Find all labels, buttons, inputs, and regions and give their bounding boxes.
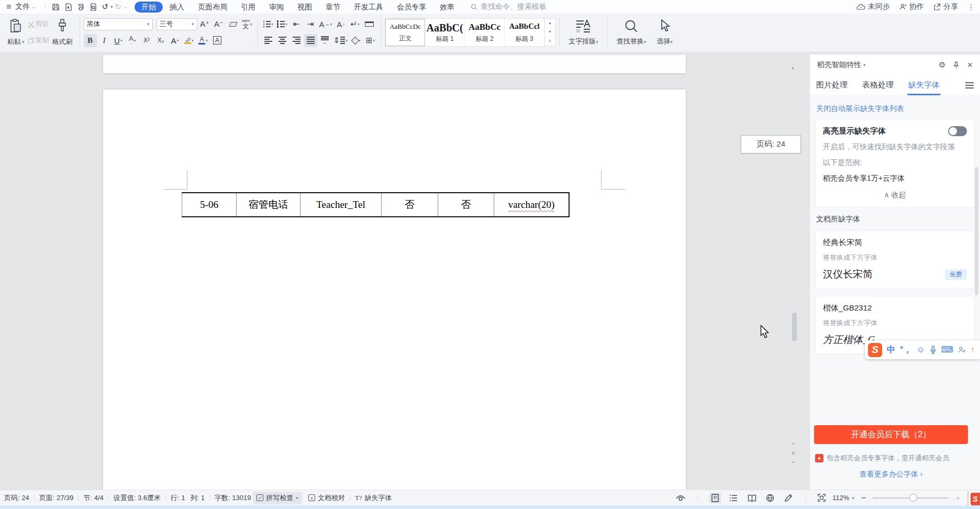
download-after-membership-button[interactable]: 开通会员后下载（2）	[814, 425, 968, 444]
sync-status[interactable]: 未同步	[856, 2, 890, 12]
ime-expand-icon[interactable]: ↑	[971, 346, 975, 354]
zoom-level-select[interactable]: 112% ▾	[832, 494, 854, 502]
pin-icon[interactable]	[953, 61, 960, 69]
shrink-font-button[interactable]: A⁻	[213, 18, 226, 31]
bullet-list-button[interactable]: ▾	[262, 18, 275, 31]
font-name-select[interactable]: 黑体 ▾	[84, 18, 153, 30]
print-button[interactable]	[75, 1, 87, 13]
table-cell[interactable]: varchar(20)	[494, 193, 570, 216]
panel-more-icon[interactable]	[965, 82, 974, 88]
document-page[interactable]	[103, 90, 686, 490]
table-cell[interactable]: 否	[438, 193, 494, 216]
line-break-button[interactable]: ↵▾	[349, 18, 362, 31]
spellcheck-button[interactable]: ✓ 拼写检查 ▾	[253, 492, 302, 504]
paste-button[interactable]: 粘贴▾	[4, 17, 28, 48]
numbered-list-button[interactable]: ▾	[276, 18, 289, 31]
save-button[interactable]	[50, 1, 62, 13]
read-mode-button[interactable]	[746, 493, 758, 503]
tab-home[interactable]: 开始	[135, 2, 163, 13]
tab-efficiency[interactable]: 效率	[433, 2, 461, 13]
next-page-button[interactable]: ⌄	[791, 458, 796, 464]
style-heading2[interactable]: AaBbCc 标题 2	[465, 19, 505, 46]
shading-button[interactable]: ▾	[350, 34, 363, 47]
more-menu-icon[interactable]: ⋮	[967, 3, 975, 11]
font-size-select[interactable]: 三号 ▾	[157, 18, 197, 30]
distribute-button[interactable]: ↔	[318, 34, 331, 47]
decrease-indent-button[interactable]: ⇤	[290, 18, 303, 31]
fit-screen-icon[interactable]	[818, 494, 826, 502]
format-painter-button[interactable]: 格式刷	[49, 17, 76, 48]
collapse-button[interactable]: ∧ 收起	[823, 191, 967, 200]
highlight-toggle[interactable]	[948, 126, 967, 136]
ime-mic-icon[interactable]	[930, 346, 937, 354]
style-normal[interactable]: AaBbCcDc 正文	[385, 19, 425, 46]
styles-scroll-down[interactable]: ▾	[545, 28, 555, 37]
eye-protection-icon[interactable]	[675, 494, 686, 502]
print-preview-button[interactable]	[87, 1, 100, 13]
sogou-corner-icon[interactable]: S	[971, 493, 980, 505]
tab-view[interactable]: 视图	[291, 2, 319, 13]
italic-button[interactable]: I	[98, 34, 111, 47]
find-replace-button[interactable]: 查找替换▾	[611, 18, 652, 47]
document-table-row[interactable]: 5-06 宿管电话 Teacher_Tel 否 否 varchar(20)	[182, 192, 570, 217]
share-button[interactable]: 分享	[933, 2, 958, 12]
underline-button[interactable]: U▾	[112, 34, 125, 47]
sort-button[interactable]: A↓	[335, 18, 348, 31]
missing-fonts-button[interactable]: T? 缺失字体	[355, 493, 392, 503]
styles-scroll-up[interactable]: ▴	[545, 19, 555, 28]
tab-page-layout[interactable]: 页面布局	[191, 2, 234, 13]
copy-button[interactable]: 复制	[28, 34, 49, 48]
phonetic-guide-button[interactable]: wén文 ▾	[241, 18, 254, 31]
export-pdf-button[interactable]	[62, 1, 75, 13]
increase-indent-button[interactable]: ⇥	[304, 18, 317, 31]
tab-section[interactable]: 章节	[319, 2, 347, 13]
proofread-button[interactable]: x 文档校对	[308, 493, 345, 503]
style-heading1[interactable]: AaBbC( 标题 1	[425, 19, 465, 46]
superscript-button[interactable]: X²	[140, 34, 153, 47]
collaborate-button[interactable]: 协作	[899, 2, 924, 12]
select-button[interactable]: 选择▾	[651, 18, 678, 47]
grow-font-button[interactable]: A⁺	[198, 18, 211, 31]
justify-button[interactable]	[304, 34, 317, 47]
panel-tab-image-processing[interactable]: 图片处理	[816, 75, 848, 95]
align-left-button[interactable]	[262, 34, 275, 47]
outline-view-button[interactable]	[728, 493, 739, 503]
app-menu-icon[interactable]: ≡	[6, 2, 11, 12]
character-scale-button[interactable]: A↔▾	[318, 18, 333, 31]
missing-font-card[interactable]: 经典长宋简 将替换成下方字体 汉仪长宋简 免费	[815, 230, 975, 289]
panel-title[interactable]: 稻壳智能特性	[817, 60, 861, 70]
disable-auto-list-link[interactable]: 关闭自动展示缺失字体列表	[816, 104, 904, 114]
browse-object-button[interactable]	[792, 452, 795, 455]
table-cell[interactable]: 5-06	[182, 193, 236, 216]
ime-keyboard-icon[interactable]: ⌨	[941, 346, 953, 354]
tab-references[interactable]: 引用	[234, 2, 262, 13]
quick-access-caret-icon[interactable]: ⌄	[123, 4, 127, 9]
table-cell[interactable]: 否	[381, 193, 438, 216]
ime-emoji-icon[interactable]: ☺	[916, 346, 925, 354]
zoom-slider[interactable]	[873, 497, 949, 499]
ime-punctuation-toggle[interactable]: °，	[900, 346, 911, 354]
text-layout-button[interactable]: 文字排版▾	[563, 18, 604, 47]
tab-stops-button[interactable]	[363, 18, 376, 31]
highlight-color-button[interactable]: ▾	[183, 34, 196, 47]
table-cell[interactable]: 宿管电话	[236, 193, 300, 216]
cut-button[interactable]: 剪切	[28, 17, 49, 31]
align-center-button[interactable]	[276, 34, 289, 47]
table-cell[interactable]: Teacher_Tel	[300, 193, 381, 216]
tab-review[interactable]: 审阅	[262, 2, 291, 13]
ime-skin-icon[interactable]	[958, 346, 966, 353]
panel-tab-table-processing[interactable]: 表格处理	[862, 75, 894, 95]
tab-dev-tools[interactable]: 开发工具	[347, 2, 390, 13]
redo-button[interactable]: ↻	[113, 2, 123, 12]
panel-tab-missing-fonts[interactable]: 缺失字体	[908, 75, 940, 95]
status-word-count[interactable]: 字数: 13019	[215, 493, 251, 503]
page-view-button[interactable]	[709, 493, 721, 503]
bold-button[interactable]: B	[84, 34, 97, 47]
emphasis-mark-button[interactable]: A··▾	[126, 34, 139, 47]
zoom-slider-knob[interactable]	[909, 494, 917, 502]
file-menu[interactable]: 文件 ⌄	[15, 2, 36, 12]
panel-title-caret-icon[interactable]: ▾	[863, 62, 866, 68]
zoom-in-button[interactable]: +	[955, 493, 960, 502]
text-effects-button[interactable]: A▾	[169, 34, 182, 47]
style-heading3[interactable]: AaBbCcl 标题 3	[505, 19, 544, 46]
